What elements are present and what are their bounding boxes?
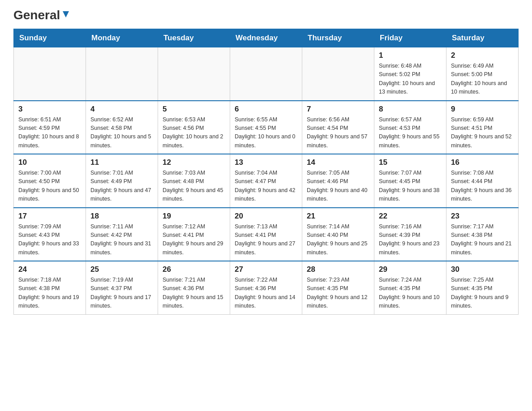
logo: General — [13, 9, 71, 21]
day-number: 2 — [451, 51, 514, 60]
day-info: Sunrise: 7:00 AMSunset: 4:50 PMDaylight:… — [18, 169, 81, 204]
logo-arrow-icon — [61, 9, 71, 19]
day-number: 24 — [18, 265, 81, 274]
calendar-cell: 1Sunrise: 6:48 AMSunset: 5:02 PMDaylight… — [374, 47, 446, 101]
day-number: 28 — [307, 265, 369, 274]
day-info: Sunrise: 6:56 AMSunset: 4:54 PMDaylight:… — [307, 116, 369, 150]
calendar-cell: 20Sunrise: 7:13 AMSunset: 4:41 PMDayligh… — [230, 208, 302, 261]
calendar-week-row: 10Sunrise: 7:00 AMSunset: 4:50 PMDayligh… — [14, 154, 519, 208]
calendar-cell: 27Sunrise: 7:22 AMSunset: 4:36 PMDayligh… — [230, 261, 302, 314]
day-number: 12 — [163, 158, 225, 167]
calendar-header-row: SundayMondayTuesdayWednesdayThursdayFrid… — [14, 29, 519, 47]
calendar-week-row: 1Sunrise: 6:48 AMSunset: 5:02 PMDaylight… — [14, 47, 519, 101]
day-info: Sunrise: 6:52 AMSunset: 4:58 PMDaylight:… — [90, 116, 153, 150]
day-info: Sunrise: 7:01 AMSunset: 4:49 PMDaylight:… — [90, 169, 153, 204]
weekday-header-tuesday: Tuesday — [158, 29, 230, 47]
day-info: Sunrise: 7:11 AMSunset: 4:42 PMDaylight:… — [90, 223, 153, 257]
calendar-cell: 29Sunrise: 7:24 AMSunset: 4:35 PMDayligh… — [374, 261, 446, 314]
calendar-cell: 22Sunrise: 7:16 AMSunset: 4:39 PMDayligh… — [374, 208, 446, 261]
day-number: 27 — [235, 265, 297, 274]
day-number: 6 — [235, 105, 297, 114]
calendar-cell: 4Sunrise: 6:52 AMSunset: 4:58 PMDaylight… — [86, 101, 158, 154]
day-info: Sunrise: 7:12 AMSunset: 4:41 PMDaylight:… — [163, 223, 225, 257]
calendar-cell: 14Sunrise: 7:05 AMSunset: 4:46 PMDayligh… — [302, 154, 374, 208]
calendar-week-row: 24Sunrise: 7:18 AMSunset: 4:38 PMDayligh… — [14, 261, 519, 314]
day-info: Sunrise: 7:13 AMSunset: 4:41 PMDaylight:… — [235, 223, 297, 257]
calendar-cell: 28Sunrise: 7:23 AMSunset: 4:35 PMDayligh… — [302, 261, 374, 314]
calendar-cell: 8Sunrise: 6:57 AMSunset: 4:53 PMDaylight… — [374, 101, 446, 154]
day-number: 30 — [451, 265, 514, 274]
logo-general: General — [13, 9, 60, 21]
day-number: 25 — [90, 265, 153, 274]
day-info: Sunrise: 7:04 AMSunset: 4:47 PMDaylight:… — [235, 169, 297, 204]
weekday-header-friday: Friday — [374, 29, 446, 47]
calendar-cell: 13Sunrise: 7:04 AMSunset: 4:47 PMDayligh… — [230, 154, 302, 208]
day-info: Sunrise: 7:14 AMSunset: 4:40 PMDaylight:… — [307, 223, 369, 257]
calendar-cell: 23Sunrise: 7:17 AMSunset: 4:38 PMDayligh… — [446, 208, 519, 261]
day-info: Sunrise: 6:55 AMSunset: 4:55 PMDaylight:… — [235, 116, 297, 150]
calendar-week-row: 3Sunrise: 6:51 AMSunset: 4:59 PMDaylight… — [14, 101, 519, 154]
day-number: 19 — [163, 212, 225, 221]
calendar-cell — [158, 47, 230, 101]
calendar-cell: 26Sunrise: 7:21 AMSunset: 4:36 PMDayligh… — [158, 261, 230, 314]
weekday-header-sunday: Sunday — [14, 29, 86, 47]
day-number: 13 — [235, 158, 297, 167]
day-info: Sunrise: 6:49 AMSunset: 5:00 PMDaylight:… — [451, 62, 514, 97]
calendar-cell: 6Sunrise: 6:55 AMSunset: 4:55 PMDaylight… — [230, 101, 302, 154]
weekday-header-wednesday: Wednesday — [230, 29, 302, 47]
day-number: 3 — [18, 105, 81, 114]
calendar-cell: 3Sunrise: 6:51 AMSunset: 4:59 PMDaylight… — [14, 101, 86, 154]
page-header: General — [13, 9, 519, 21]
calendar-cell: 24Sunrise: 7:18 AMSunset: 4:38 PMDayligh… — [14, 261, 86, 314]
calendar-cell — [14, 47, 86, 101]
day-number: 5 — [163, 105, 225, 114]
calendar-cell — [230, 47, 302, 101]
weekday-header-monday: Monday — [86, 29, 158, 47]
day-number: 11 — [90, 158, 153, 167]
day-number: 26 — [163, 265, 225, 274]
calendar-cell: 19Sunrise: 7:12 AMSunset: 4:41 PMDayligh… — [158, 208, 230, 261]
calendar-cell: 7Sunrise: 6:56 AMSunset: 4:54 PMDaylight… — [302, 101, 374, 154]
calendar-cell: 11Sunrise: 7:01 AMSunset: 4:49 PMDayligh… — [86, 154, 158, 208]
calendar-cell: 9Sunrise: 6:59 AMSunset: 4:51 PMDaylight… — [446, 101, 519, 154]
calendar-cell: 12Sunrise: 7:03 AMSunset: 4:48 PMDayligh… — [158, 154, 230, 208]
day-number: 29 — [379, 265, 442, 274]
calendar-cell: 15Sunrise: 7:07 AMSunset: 4:45 PMDayligh… — [374, 154, 446, 208]
day-number: 8 — [379, 105, 442, 114]
day-info: Sunrise: 7:21 AMSunset: 4:36 PMDaylight:… — [163, 276, 225, 311]
calendar-cell: 25Sunrise: 7:19 AMSunset: 4:37 PMDayligh… — [86, 261, 158, 314]
day-number: 18 — [90, 212, 153, 221]
day-info: Sunrise: 7:09 AMSunset: 4:43 PMDaylight:… — [18, 223, 81, 257]
calendar-table: SundayMondayTuesdayWednesdayThursdayFrid… — [13, 29, 519, 315]
calendar-cell: 18Sunrise: 7:11 AMSunset: 4:42 PMDayligh… — [86, 208, 158, 261]
calendar-cell: 16Sunrise: 7:08 AMSunset: 4:44 PMDayligh… — [446, 154, 519, 208]
calendar-cell: 5Sunrise: 6:53 AMSunset: 4:56 PMDaylight… — [158, 101, 230, 154]
day-number: 16 — [451, 158, 514, 167]
day-info: Sunrise: 6:53 AMSunset: 4:56 PMDaylight:… — [163, 116, 225, 150]
weekday-header-thursday: Thursday — [302, 29, 374, 47]
calendar-cell: 30Sunrise: 7:25 AMSunset: 4:35 PMDayligh… — [446, 261, 519, 314]
day-number: 23 — [451, 212, 514, 221]
svg-marker-0 — [63, 11, 69, 17]
calendar-cell — [302, 47, 374, 101]
day-number: 20 — [235, 212, 297, 221]
day-number: 15 — [379, 158, 442, 167]
day-info: Sunrise: 7:05 AMSunset: 4:46 PMDaylight:… — [307, 169, 369, 204]
day-number: 17 — [18, 212, 81, 221]
calendar-cell: 21Sunrise: 7:14 AMSunset: 4:40 PMDayligh… — [302, 208, 374, 261]
day-number: 4 — [90, 105, 153, 114]
day-info: Sunrise: 6:59 AMSunset: 4:51 PMDaylight:… — [451, 116, 514, 150]
day-info: Sunrise: 7:23 AMSunset: 4:35 PMDaylight:… — [307, 276, 369, 311]
day-info: Sunrise: 7:17 AMSunset: 4:38 PMDaylight:… — [451, 223, 514, 257]
day-info: Sunrise: 7:16 AMSunset: 4:39 PMDaylight:… — [379, 223, 442, 257]
calendar-cell: 17Sunrise: 7:09 AMSunset: 4:43 PMDayligh… — [14, 208, 86, 261]
day-info: Sunrise: 7:22 AMSunset: 4:36 PMDaylight:… — [235, 276, 297, 311]
day-number: 1 — [379, 51, 442, 60]
day-info: Sunrise: 6:48 AMSunset: 5:02 PMDaylight:… — [379, 62, 442, 97]
day-info: Sunrise: 7:19 AMSunset: 4:37 PMDaylight:… — [90, 276, 153, 311]
calendar-cell: 10Sunrise: 7:00 AMSunset: 4:50 PMDayligh… — [14, 154, 86, 208]
calendar-cell: 2Sunrise: 6:49 AMSunset: 5:00 PMDaylight… — [446, 47, 519, 101]
day-number: 10 — [18, 158, 81, 167]
day-number: 22 — [379, 212, 442, 221]
day-number: 9 — [451, 105, 514, 114]
